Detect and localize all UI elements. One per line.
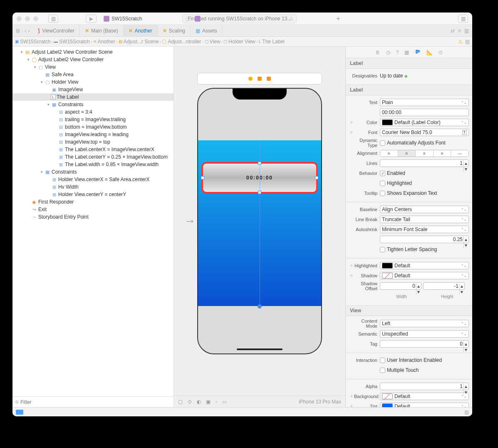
outline-item[interactable]: ⊞The Label.width = 0.85 × ImageView.widt…	[12, 161, 173, 168]
tab-main-base-[interactable]: ✕Main (Base)	[80, 25, 124, 36]
add-variation-button[interactable]: +	[349, 129, 354, 135]
orientation-button[interactable]: ⊙	[188, 399, 192, 405]
history-inspector-tab[interactable]: ◷	[386, 50, 390, 55]
text-value-field[interactable]: 00:00:00	[380, 109, 469, 116]
font-field[interactable]: Courier New Bold 75.0T	[380, 129, 469, 136]
entry-point-arrow[interactable]: →	[184, 214, 196, 228]
outline-item[interactable]: ⊞Holder View.centerX = Safe Area.centerX	[12, 176, 173, 183]
tab-scaling[interactable]: ✕Scaling	[158, 25, 191, 36]
alpha-field[interactable]: 1▴▾	[380, 383, 469, 390]
outline-item[interactable]: ⊞The Label.centerY = 0.25 × ImageView.bo…	[12, 153, 173, 161]
background-combo[interactable]: Default⌃⌄	[380, 393, 469, 400]
disclosure-arrow[interactable]: ▾	[39, 170, 44, 174]
outline-item[interactable]: ◉First Responder	[12, 198, 173, 206]
outline-item[interactable]: ⊞Holder View.centerY = centerY	[12, 191, 173, 198]
text-style-combo[interactable]: Plain⌃⌄	[380, 99, 469, 106]
shadow-height-field[interactable]: -1▴▾	[423, 282, 465, 290]
outline-item[interactable]: ⊞Hv Width	[12, 183, 173, 191]
selection-handle[interactable]	[201, 176, 204, 179]
interface-builder-canvas[interactable]: → 00:00:00	[174, 47, 345, 407]
tab-assets[interactable]: ▦Assets	[191, 25, 223, 36]
tab-viewcontroller[interactable]: ⟆ViewController	[33, 25, 80, 36]
outline-item[interactable]: ▾◯Adjust Label2 View Controller	[12, 56, 173, 63]
shadow-color-combo[interactable]: Default⌃⌄	[380, 272, 469, 279]
device-label[interactable]: iPhone 13 Pro Max	[299, 399, 341, 405]
tab-another[interactable]: ✕Another	[124, 25, 158, 36]
breadcrumb-item[interactable]: ◯Adjust...ntroller	[162, 39, 201, 45]
outline-item[interactable]: LThe Label	[12, 93, 173, 101]
add-variation-button[interactable]: +	[349, 393, 354, 399]
device-config-button[interactable]: ▢	[178, 399, 183, 405]
autoshrink-combo[interactable]: Minimum Font Scale⌃⌄	[380, 226, 469, 233]
console-toggle[interactable]: ▥	[464, 409, 469, 415]
embed-button[interactable]: ▫	[216, 399, 217, 405]
refresh-icon[interactable]: ⇄	[451, 28, 455, 34]
outline-item[interactable]: ⊞The Label.centerX = ImageView.centerX	[12, 146, 173, 153]
list-icon[interactable]: ≡	[458, 28, 461, 34]
disclosure-arrow[interactable]: ▾	[39, 80, 44, 84]
help-inspector-tab[interactable]: ?	[396, 50, 399, 55]
grid-icon[interactable]: ⊞	[16, 28, 20, 34]
identity-inspector-tab[interactable]: ▦	[404, 50, 409, 55]
enabled-checkbox[interactable]: ✓	[380, 171, 385, 176]
appearance-button[interactable]: ◐	[197, 399, 201, 405]
outline-item[interactable]: ⊟ImageView.top = top	[12, 138, 173, 146]
layout-icon[interactable]: ▥	[464, 28, 469, 34]
run-button[interactable]: ▶	[86, 15, 97, 23]
tighten-checkbox[interactable]	[380, 247, 385, 252]
outline-item[interactable]: ⊟ImageView.leading = leading	[12, 131, 173, 138]
contentmode-combo[interactable]: Left⌃⌄	[380, 320, 469, 327]
dynamic-type-checkbox[interactable]	[380, 140, 385, 146]
disclosure-arrow[interactable]: ▾	[46, 102, 51, 107]
first-responder-icon[interactable]	[258, 77, 262, 81]
attributes-inspector-tab[interactable]	[415, 49, 421, 56]
outline-item[interactable]: ▾▦Constraints	[12, 168, 173, 176]
warning-badge[interactable]: ⚠	[458, 39, 463, 45]
outline-item[interactable]: ▦Safe Area	[12, 71, 173, 78]
tag-field[interactable]: 0▴▾	[380, 340, 469, 348]
autoshrink-scale-field[interactable]: 0.25▴▾	[380, 236, 469, 243]
baseline-combo[interactable]: Align Centers⌃⌄	[380, 206, 469, 213]
sidebar-toggle-button[interactable]: ▥	[48, 15, 58, 23]
tint-combo[interactable]: Default⌃⌄	[380, 403, 469, 407]
semantic-combo[interactable]: Unspecified⌃⌄	[380, 330, 469, 338]
tooltip-checkbox[interactable]	[380, 191, 385, 196]
breadcrumb-item[interactable]: ✕Another	[93, 39, 115, 45]
forward-button[interactable]: ›	[28, 28, 30, 34]
add-variation-button[interactable]: +	[349, 119, 354, 125]
debug-area-button[interactable]	[16, 410, 23, 415]
shadow-width-field[interactable]: 0▴▾	[380, 282, 421, 290]
outline-item[interactable]: ▾▤Adjust Label2 View Controller Scene	[12, 48, 173, 56]
disclosure-arrow[interactable]: ▾	[32, 65, 37, 69]
preview-button[interactable]: ▭	[222, 399, 227, 405]
outline-item[interactable]: ⊟trailing = ImageView.trailing	[12, 116, 173, 123]
exit-icon[interactable]	[267, 77, 271, 81]
warnings-icon[interactable]: ⚠	[289, 16, 294, 22]
outline-item[interactable]: ▣ImageView	[12, 86, 173, 93]
outline-item[interactable]: ⊟bottom = ImageView.bottom	[12, 123, 173, 131]
disclosure-arrow[interactable]: ▾	[19, 50, 24, 54]
minimize-window-button[interactable]	[25, 16, 30, 21]
breadcrumb-item[interactable]: LThe Label	[259, 39, 285, 45]
multitouch-checkbox[interactable]	[380, 368, 385, 373]
highlighted-color-combo[interactable]: Default⌃⌄	[380, 262, 469, 269]
zoom-window-button[interactable]	[33, 16, 38, 21]
filter-input[interactable]	[20, 399, 171, 405]
constraints-button[interactable]: ▣	[206, 399, 211, 405]
add-variation-button[interactable]: +	[349, 263, 354, 269]
highlighted-checkbox[interactable]	[380, 181, 385, 186]
scheme-selector[interactable]: SW15Scratch	[100, 15, 146, 23]
inspector-toggle-button[interactable]: ▥	[458, 15, 468, 23]
holder-view[interactable]: 00:00:00	[198, 140, 321, 306]
linebreak-combo[interactable]: Truncate Tail⌃⌄	[380, 216, 469, 223]
outline-item[interactable]: ▾▦Constraints	[12, 101, 173, 108]
outline-item[interactable]: →Storyboard Entry Point	[12, 213, 173, 221]
back-button[interactable]: ‹	[25, 28, 26, 34]
scene-dock[interactable]	[197, 73, 322, 85]
constraint-handle[interactable]	[258, 304, 262, 309]
user-interaction-checkbox[interactable]	[380, 358, 385, 363]
alignment-segmented[interactable]: ≡≡≡≡---	[380, 150, 469, 157]
disclosure-arrow[interactable]: ▾	[26, 57, 31, 62]
breadcrumb-item[interactable]: ▤Adjust...r Scene	[119, 39, 159, 45]
lines-field[interactable]: 1▴▾	[380, 159, 469, 167]
